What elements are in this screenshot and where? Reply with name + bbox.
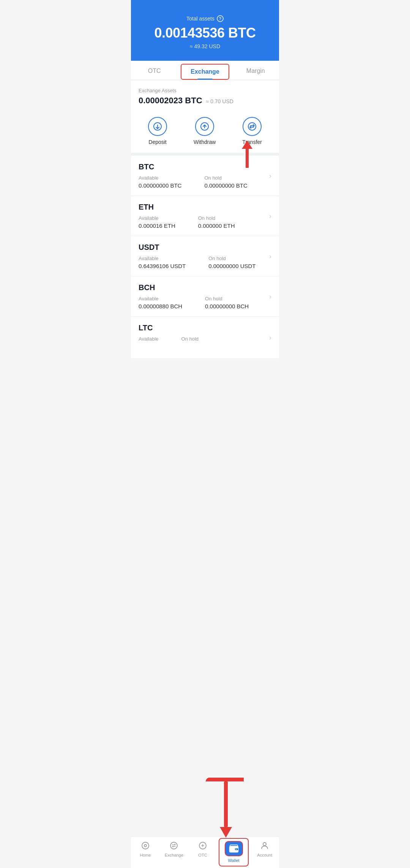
- btc-onhold-label: On hold: [204, 175, 247, 181]
- ltc-onhold-label: On hold: [181, 336, 199, 342]
- usdt-onhold-label: On hold: [208, 256, 255, 261]
- btc-available-value: 0.00000000 BTC: [139, 182, 181, 189]
- ltc-available-label: Available: [139, 336, 159, 342]
- header-section: Total assets ? 0.00143536 BTC ≈ 49.32 US…: [131, 0, 279, 61]
- action-buttons-section: Deposit Withdraw Transfer: [131, 109, 279, 156]
- coin-name-bch: BCH: [139, 283, 271, 292]
- eth-chevron-icon: ›: [269, 212, 271, 220]
- usdt-available-label: Available: [139, 256, 186, 261]
- transfer-icon: [243, 117, 262, 136]
- eth-available-value: 0.000016 ETH: [139, 223, 175, 229]
- total-usd-amount: ≈ 49.32 USD: [139, 43, 271, 49]
- tab-margin[interactable]: Margin: [232, 61, 279, 80]
- tabs-container: OTC Exchange Margin: [131, 61, 279, 80]
- withdraw-label: Withdraw: [194, 139, 216, 145]
- bch-onhold-label: On hold: [205, 296, 249, 301]
- withdraw-button[interactable]: Withdraw: [194, 117, 216, 145]
- bch-available-value: 0.00000880 BCH: [139, 303, 182, 309]
- usdt-available-value: 0.64396106 USDT: [139, 263, 186, 269]
- arrow-up-stem: [246, 149, 249, 168]
- deposit-label: Deposit: [148, 139, 166, 145]
- coin-item-btc[interactable]: BTC Available 0.00000000 BTC On hold 0.0…: [131, 156, 279, 196]
- coin-name-eth: ETH: [139, 203, 271, 211]
- exchange-assets-amount: 0.00002023 BTC ≈ 0.70 USD: [139, 96, 271, 106]
- exchange-assets-label: Exchange Assets: [139, 88, 271, 93]
- bch-available-label: Available: [139, 296, 182, 301]
- tab-otc[interactable]: OTC: [131, 61, 178, 80]
- deposit-button[interactable]: Deposit: [148, 117, 167, 145]
- bch-chevron-icon: ›: [269, 292, 271, 300]
- eth-available-label: Available: [139, 215, 175, 221]
- coin-item-ltc[interactable]: LTC Available On hold ›: [131, 317, 279, 359]
- exchange-assets-section: Exchange Assets 0.00002023 BTC ≈ 0.70 US…: [131, 80, 279, 109]
- deposit-icon: [148, 117, 167, 136]
- help-icon[interactable]: ?: [217, 15, 224, 22]
- exchange-assets-usd: ≈ 0.70 USD: [206, 98, 233, 104]
- coin-item-eth[interactable]: ETH Available 0.000016 ETH On hold 0.000…: [131, 196, 279, 236]
- coin-item-usdt[interactable]: USDT Available 0.64396106 USDT On hold 0…: [131, 236, 279, 276]
- arrow-annotation-transfer: [242, 140, 252, 168]
- btc-chevron-icon: ›: [269, 172, 271, 180]
- coin-item-bch[interactable]: BCH Available 0.00000880 BCH On hold 0.0…: [131, 276, 279, 317]
- coin-name-ltc: LTC: [139, 324, 271, 332]
- usdt-onhold-value: 0.00000000 USDT: [208, 263, 255, 269]
- tab-exchange[interactable]: Exchange: [181, 64, 229, 80]
- withdraw-icon: [195, 117, 214, 136]
- usdt-chevron-icon: ›: [269, 252, 271, 260]
- total-assets-label: Total assets ?: [139, 15, 271, 22]
- coin-list: BTC Available 0.00000000 BTC On hold 0.0…: [131, 156, 279, 359]
- btc-available-label: Available: [139, 175, 181, 181]
- eth-onhold-value: 0.000000 ETH: [198, 223, 235, 229]
- svg-point-2: [248, 123, 256, 130]
- total-btc-amount: 0.00143536 BTC: [139, 25, 271, 41]
- btc-onhold-value: 0.00000000 BTC: [204, 182, 247, 189]
- ltc-chevron-icon: ›: [269, 334, 271, 342]
- bch-onhold-value: 0.00000000 BCH: [205, 303, 249, 309]
- arrow-up-head: [242, 140, 252, 149]
- coin-name-usdt: USDT: [139, 243, 271, 252]
- eth-onhold-label: On hold: [198, 215, 235, 221]
